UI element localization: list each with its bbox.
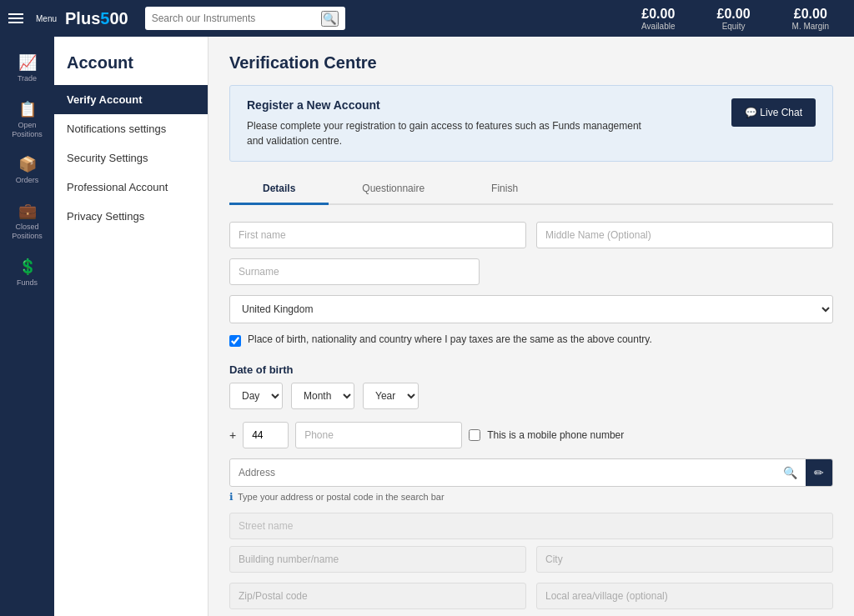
sidebar-item-privacy[interactable]: Privacy Settings [54, 202, 208, 231]
register-text: Register a New Account Please complete y… [247, 98, 647, 148]
address-search-input[interactable] [230, 460, 775, 485]
closed-positions-icon: 💼 [18, 202, 37, 220]
trade-icon: 📈 [18, 53, 37, 72]
funds-label: Funds [17, 278, 38, 288]
sidebar-item-notifications[interactable]: Notifications settings [54, 114, 208, 143]
dob-year-select[interactable]: Year [363, 383, 419, 409]
open-positions-icon: 📋 [18, 100, 37, 118]
equity-stat: £0.00 Equity [717, 7, 751, 31]
phone-row: + This is a mobile phone number [229, 422, 833, 448]
city-input[interactable] [536, 546, 833, 573]
address-search-button[interactable]: 🔍 [775, 459, 806, 486]
sidebar-item-trade[interactable]: 📈 Trade [0, 45, 54, 92]
dob-label: Date of birth [229, 363, 833, 376]
topbar: Menu Plus500 🔍 £0.00 Available £0.00 Equ… [0, 0, 854, 37]
zip-local-row [229, 583, 833, 609]
address-hint: ℹ Type your address or postal code in th… [229, 491, 833, 503]
tab-details[interactable]: Details [229, 174, 329, 205]
address-hint-text: Type your address or postal code in the … [238, 492, 445, 502]
sidebar-item-closed-positions[interactable]: 💼 ClosedPositions [0, 193, 54, 249]
middle-name-input[interactable] [536, 222, 833, 248]
register-box: Register a New Account Please complete y… [229, 85, 833, 162]
phone-code-input[interactable] [243, 422, 289, 448]
margin-label: M. Margin [792, 22, 829, 31]
sidebar-item-funds[interactable]: 💲 Funds [0, 249, 54, 296]
tab-finish[interactable]: Finish [458, 174, 551, 205]
sub-sidebar: Account Verify Account Notifications set… [54, 37, 208, 616]
closed-positions-label: ClosedPositions [12, 223, 43, 241]
orders-icon: 📦 [18, 155, 37, 173]
first-name-input[interactable] [229, 222, 526, 248]
tab-questionnaire[interactable]: Questionnaire [329, 174, 458, 205]
margin-amount: £0.00 [792, 7, 829, 22]
sidebar-item-security[interactable]: Security Settings [54, 143, 208, 173]
funds-icon: 💲 [18, 258, 37, 276]
building-input[interactable] [229, 546, 526, 573]
search-input[interactable] [152, 13, 321, 24]
phone-input[interactable] [295, 422, 462, 448]
page-title: Verification Centre [229, 53, 833, 73]
available-label: Available [641, 22, 675, 31]
mobile-checkbox-label: This is a mobile phone number [487, 429, 624, 441]
dob-day-select[interactable]: Day [229, 383, 283, 409]
page-main: Verification Centre Register a New Accou… [208, 37, 854, 616]
search-bar: 🔍 [145, 7, 345, 30]
dob-row: Day Month Year [229, 383, 833, 409]
available-amount: £0.00 [641, 7, 675, 22]
orders-label: Orders [16, 176, 39, 185]
menu-label: Menu [36, 14, 57, 23]
name-row [229, 222, 833, 248]
surname-input[interactable] [229, 258, 480, 285]
phone-plus-sign: + [229, 428, 236, 442]
margin-stat: £0.00 M. Margin [792, 7, 829, 31]
sidebar-item-open-positions[interactable]: 📋 OpenPositions [0, 92, 54, 148]
open-positions-label: OpenPositions [12, 121, 43, 139]
country-checkbox-row: Place of birth, nationality and country … [229, 333, 833, 347]
sidebar-item-orders[interactable]: 📦 Orders [0, 147, 54, 193]
register-description: Please complete your registration to gai… [247, 118, 647, 148]
main-layout: 📈 Trade 📋 OpenPositions 📦 Orders 💼 Close… [0, 37, 854, 616]
search-button[interactable]: 🔍 [321, 11, 339, 27]
register-heading: Register a New Account [247, 98, 647, 112]
mobile-checkbox[interactable] [469, 429, 480, 441]
tabs-row: Details Questionnaire Finish [229, 174, 833, 205]
zip-input[interactable] [229, 583, 526, 609]
mobile-checkbox-row: This is a mobile phone number [469, 429, 624, 441]
info-icon: ℹ [229, 491, 234, 503]
sidebar-item-verify-account[interactable]: Verify Account [54, 85, 208, 114]
surname-row [229, 258, 833, 285]
logo: Plus500 [65, 9, 128, 28]
dob-month-select[interactable]: Month [291, 383, 354, 409]
street-input[interactable] [229, 513, 833, 539]
address-search-row: 🔍 ✏ [229, 458, 833, 487]
sidebar-item-professional[interactable]: Professional Account [54, 173, 208, 202]
address-edit-button[interactable]: ✏ [806, 459, 832, 486]
trade-label: Trade [18, 74, 37, 83]
menu-button[interactable] [8, 13, 23, 23]
content-area: Account Verify Account Notifications set… [54, 37, 854, 616]
country-checkbox[interactable] [229, 335, 241, 347]
country-checkbox-label: Place of birth, nationality and country … [248, 333, 652, 345]
sub-sidebar-title: Account [54, 45, 208, 85]
local-area-input[interactable] [536, 583, 833, 609]
building-city-row [229, 546, 833, 573]
equity-amount: £0.00 [717, 7, 751, 22]
equity-label: Equity [717, 22, 751, 31]
live-chat-button[interactable]: 💬 Live Chat [731, 98, 816, 127]
country-select[interactable]: United Kingdom [229, 295, 833, 323]
sidebar: 📈 Trade 📋 OpenPositions 📦 Orders 💼 Close… [0, 37, 54, 616]
available-stat: £0.00 Available [641, 7, 675, 31]
